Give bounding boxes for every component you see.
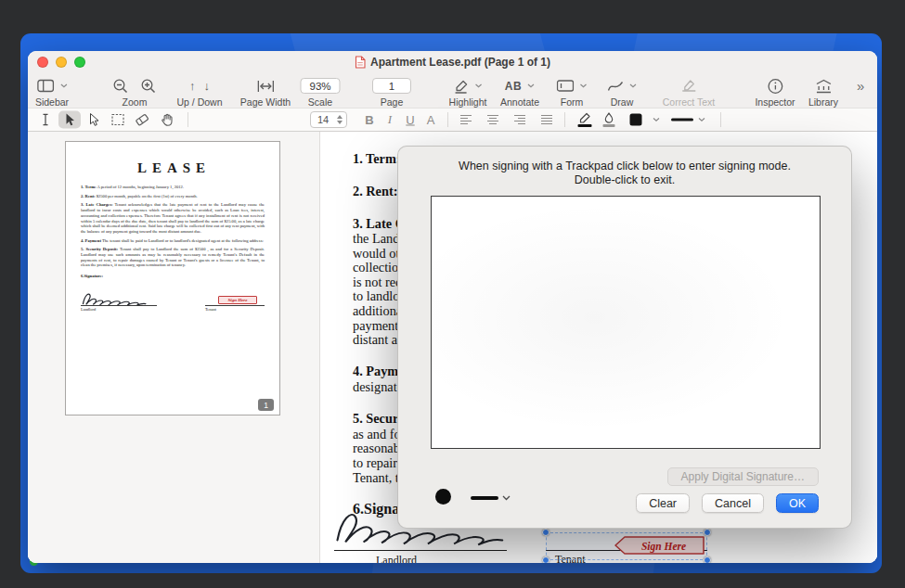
page-up-down-controls[interactable]: ↑ ↓ Up / Down [176,76,222,108]
text-tool-button[interactable] [41,113,51,127]
chevron-down-icon [527,83,535,88]
toolbar-separator [564,112,565,127]
chevron-down-icon [474,83,482,88]
page-width-button[interactable]: Page Width [240,76,291,108]
thumbnail-paragraph: 2. Rent: $2500 per month, payable on the… [81,194,265,199]
selection-handle[interactable] [704,529,711,536]
draw-button[interactable]: Draw [607,76,637,108]
page-number-field[interactable]: 1 [372,78,411,94]
toolbar-overflow-button[interactable]: » [857,78,864,94]
annotate-button[interactable]: AB Annotate [500,76,539,108]
selection-handle[interactable] [542,529,549,536]
line-style-button[interactable] [671,119,693,121]
sidebar-icon [36,79,54,93]
page-down-icon[interactable]: ↓ [204,79,211,93]
thumbnail-sidebar: LEASE 1. Term: A period of 12 months, be… [28,132,320,563]
landlord-signature-line [334,550,507,551]
draw-curve-icon [607,80,624,93]
page-up-icon[interactable]: ↑ [189,79,196,93]
selection-handle[interactable] [542,556,549,563]
zoom-in-icon[interactable] [140,78,157,95]
highlight-button[interactable]: Highlight [449,76,487,108]
edit-select-tool-button[interactable] [88,113,99,127]
align-justify-icon [540,114,553,125]
thumbnail-tenant-line [205,305,265,306]
align-center-icon [486,114,499,125]
chevron-down-icon [653,118,660,122]
marquee-select-tool-button[interactable] [111,114,124,126]
stroke-color-button[interactable] [578,112,592,127]
desktop-wallpaper: Apartment Lease.pdf (Page 1 of 1) Sideba… [20,33,882,573]
align-justify-button[interactable] [540,114,553,125]
font-size-stepper[interactable] [337,115,343,124]
page-number-badge: 1 [258,399,274,411]
font-size-control[interactable]: 14 [310,111,347,128]
scale-value-field[interactable]: 93% [300,78,340,94]
sidebar-toggle-button[interactable]: Sidebar [35,76,69,108]
cancel-button[interactable]: Cancel [702,493,764,513]
landlord-label: Landlord [376,554,417,563]
chevron-down-icon [59,83,67,88]
fill-color-button[interactable] [603,112,615,127]
apply-digital-signature-button[interactable]: Apply Digital Signature… [667,467,819,486]
chevron-down-icon [629,83,637,88]
form-button[interactable]: Form [557,76,588,108]
highlighter-icon [453,79,469,94]
sign-here-ribbon[interactable]: Sign Here [614,534,706,556]
color-menu-chevron[interactable] [653,118,660,122]
dialog-instruction-line1: When signing with a Trackpad click below… [398,160,851,173]
current-color-swatch[interactable] [630,114,642,126]
inspector-button[interactable]: Inspector [755,76,795,108]
line-style-icon [671,119,693,121]
align-right-icon [513,114,526,125]
correct-text-button[interactable]: Correct Text [663,76,715,108]
titlebar[interactable]: Apartment Lease.pdf (Page 1 of 1) [28,51,877,73]
selection-handle[interactable] [704,556,711,563]
text-color-button[interactable]: A [427,113,435,127]
fill-color-swatch [603,124,615,127]
thumbnail-lease-title: LEASE [84,160,265,176]
bold-button[interactable]: B [365,113,373,127]
page-thumbnail[interactable]: LEASE 1. Term: A period of 12 months, be… [65,141,280,415]
zoom-controls[interactable]: Zoom [112,76,157,108]
hand-tool-button[interactable] [161,113,175,127]
thumbnail-sign-here-tag: Sign Here [218,296,257,304]
pdf-file-icon [355,56,366,69]
thumbnail-page-content: LEASE 1. Term: A period of 12 months, be… [66,142,279,319]
annotate-ab-icon: AB [505,80,522,93]
align-center-button[interactable] [486,114,499,125]
svg-text:Sign Here: Sign Here [641,541,686,553]
signature-drawing-area[interactable] [431,196,821,449]
app-window: Apartment Lease.pdf (Page 1 of 1) Sideba… [28,51,877,563]
line-style-chevron[interactable] [698,118,705,122]
clear-button[interactable]: Clear [636,493,690,513]
stroke-color-swatch [578,124,592,127]
library-building-icon [814,79,832,94]
page-number-control[interactable]: 1 Page [372,76,411,108]
stroke-menu-chevron-icon[interactable] [502,495,511,501]
italic-button[interactable]: I [388,112,392,127]
library-button[interactable]: Library [808,76,838,108]
eraser-icon [135,113,150,126]
toolbar-separator [187,112,188,127]
chevron-down-icon [698,118,705,122]
thumbnail-paragraph: 5. Security Deposit: Tenant shall pay to… [81,247,265,268]
arrow-cursor-icon [64,113,75,127]
stroke-width-preview[interactable] [471,496,498,500]
page-width-icon [257,80,275,93]
zoom-out-icon[interactable] [112,78,129,95]
align-left-icon [459,114,472,125]
thumbnail-paragraph: 6.Signature: [81,274,265,279]
black-color-swatch-icon [630,114,642,126]
underline-button[interactable]: U [406,113,414,127]
scale-control[interactable]: 93% Scale [300,76,340,108]
toolbar-separator [720,112,721,127]
main-toolbar: Sidebar Zoom ↑ [28,73,877,108]
select-tool-button-active[interactable] [58,111,81,129]
align-left-button[interactable] [459,114,472,125]
dialog-button-row: Clear Cancel OK [636,493,819,513]
eraser-tool-button[interactable] [135,113,150,126]
align-right-button[interactable] [513,114,526,125]
ink-color-swatch[interactable] [435,489,451,505]
ok-button[interactable]: OK [776,493,819,513]
